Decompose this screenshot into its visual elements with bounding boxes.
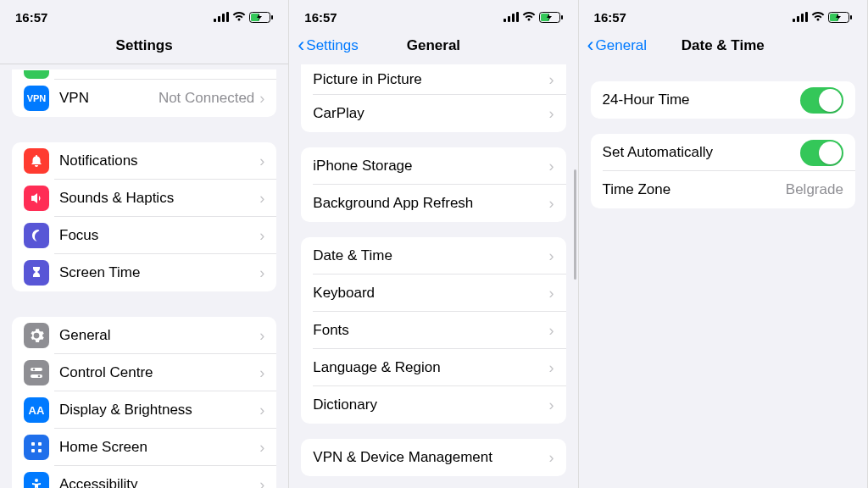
chevron-right-icon: ›	[259, 439, 264, 457]
svg-rect-13	[31, 449, 35, 452]
row-dictionary[interactable]: Dictionary ›	[301, 386, 565, 424]
row-sounds[interactable]: Sounds & Haptics ›	[12, 180, 276, 217]
label: Focus	[59, 227, 259, 244]
battery-icon	[539, 12, 563, 23]
row-storage[interactable]: iPhone Storage ›	[301, 147, 565, 185]
battery-icon	[249, 12, 273, 23]
pane-datetime: 16:57 ‹ General Date & Time 24-Hour Time…	[579, 0, 868, 488]
chevron-right-icon: ›	[259, 327, 264, 345]
chevron-right-icon: ›	[259, 402, 264, 419]
svg-rect-7	[31, 368, 42, 371]
row-carplay[interactable]: CarPlay ›	[301, 95, 565, 132]
label: Set Automatically	[603, 144, 800, 161]
row-langregion[interactable]: Language & Region ›	[301, 349, 565, 386]
svg-rect-1	[218, 16, 220, 22]
toggle-24hour[interactable]	[800, 87, 843, 114]
row-controlcentre[interactable]: Control Centre ›	[12, 354, 276, 391]
wifi-icon	[232, 12, 246, 22]
chevron-right-icon: ›	[259, 364, 264, 382]
status-right	[793, 12, 852, 23]
nav-title: General	[407, 37, 460, 54]
nav-title: Date & Time	[682, 37, 765, 54]
chevron-right-icon: ›	[549, 158, 554, 175]
gear-icon	[24, 323, 49, 348]
back-button[interactable]: ‹ General	[587, 36, 647, 55]
svg-rect-31	[801, 14, 804, 22]
chevron-right-icon: ›	[549, 359, 554, 377]
svg-rect-6	[271, 15, 273, 19]
svg-rect-24	[512, 14, 515, 22]
moon-icon	[24, 223, 49, 248]
row-focus[interactable]: Focus ›	[12, 217, 276, 254]
detail: Belgrade	[786, 181, 843, 198]
grid-icon	[24, 435, 49, 460]
icon-cut	[24, 70, 49, 79]
svg-rect-11	[31, 442, 35, 446]
row-fonts[interactable]: Fonts ›	[301, 312, 565, 349]
pane-general: 16:57 ‹ Settings General Picture in Pict…	[289, 0, 578, 488]
row-notifications[interactable]: Notifications ›	[12, 142, 276, 180]
wifi-icon	[811, 12, 825, 22]
row-screentime[interactable]: Screen Time ›	[12, 254, 276, 291]
chevron-right-icon: ›	[549, 322, 554, 340]
status-right	[504, 12, 563, 23]
row-datetime[interactable]: Date & Time ›	[301, 237, 565, 274]
chevron-right-icon: ›	[259, 152, 264, 170]
chevron-right-icon: ›	[259, 476, 264, 489]
svg-rect-14	[38, 449, 42, 452]
row-vpn-mgmt[interactable]: VPN & Device Management ›	[301, 439, 565, 476]
scrollbar[interactable]	[574, 169, 576, 280]
label: VPN & Device Management	[313, 449, 548, 466]
row-pip[interactable]: Picture in Picture ›	[301, 64, 565, 95]
row-homescreen[interactable]: Home Screen ›	[12, 429, 276, 466]
label: Home Screen	[59, 439, 259, 456]
chevron-right-icon: ›	[549, 71, 554, 89]
svg-rect-12	[38, 442, 42, 446]
status-bar: 16:57	[579, 0, 867, 27]
chevron-right-icon: ›	[549, 396, 554, 414]
battery-icon	[828, 12, 852, 23]
aa-icon: AA	[24, 397, 49, 423]
row-vpn[interactable]: VPN VPN Not Connected ›	[12, 80, 276, 117]
label: Screen Time	[59, 264, 259, 281]
back-button[interactable]: ‹ Settings	[298, 36, 358, 55]
row-timezone: Time Zone Belgrade	[591, 171, 855, 208]
label: 24-Hour Time	[603, 92, 800, 108]
row-keyboard[interactable]: Keyboard ›	[301, 274, 565, 312]
status-time: 16:57	[304, 10, 337, 25]
svg-rect-29	[793, 19, 795, 22]
svg-point-10	[38, 375, 41, 378]
svg-point-8	[33, 369, 36, 371]
nav-bar: Settings	[0, 27, 288, 64]
group-partial-top: VPN VPN Not Connected ›	[12, 69, 276, 117]
row-cut	[12, 69, 276, 80]
accessibility-icon	[24, 472, 49, 488]
label: Sounds & Haptics	[59, 190, 259, 207]
row-display[interactable]: AA Display & Brightness ›	[12, 391, 276, 429]
row-bgrefresh[interactable]: Background App Refresh ›	[301, 185, 565, 222]
nav-title: Settings	[116, 37, 173, 54]
label: Display & Brightness	[59, 402, 259, 419]
content: Picture in Picture › CarPlay › iPhone St…	[289, 64, 577, 488]
hourglass-icon	[24, 260, 49, 286]
label: Time Zone	[603, 181, 786, 198]
signal-icon	[504, 12, 519, 22]
nav-bar: ‹ General Date & Time	[579, 27, 867, 64]
svg-rect-28	[561, 15, 563, 19]
group: 24-Hour Time	[591, 81, 855, 119]
chevron-left-icon: ‹	[298, 35, 304, 55]
row-accessibility[interactable]: Accessibility ›	[12, 466, 276, 488]
svg-rect-2	[222, 14, 225, 22]
row-general[interactable]: General ›	[12, 317, 276, 354]
back-label: Settings	[306, 37, 358, 54]
toggle-setauto[interactable]	[800, 140, 843, 166]
label: CarPlay	[313, 105, 548, 122]
chevron-right-icon: ›	[259, 190, 264, 208]
group: Picture in Picture › CarPlay ›	[301, 64, 565, 132]
label: General	[59, 327, 259, 344]
group-notifications: Notifications › Sounds & Haptics › Focus…	[12, 142, 276, 291]
chevron-right-icon: ›	[259, 90, 264, 108]
label: Picture in Picture	[313, 71, 548, 88]
svg-rect-0	[214, 19, 216, 22]
label: Background App Refresh	[313, 195, 548, 212]
